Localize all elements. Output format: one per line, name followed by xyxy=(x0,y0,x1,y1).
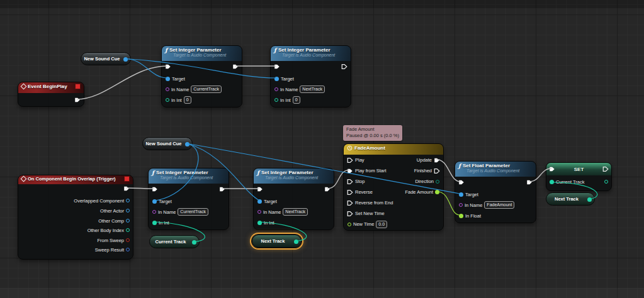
exec-in-pin[interactable] xyxy=(347,157,353,163)
pin-label: Other Actor xyxy=(100,208,124,214)
exec-in-pin[interactable] xyxy=(347,189,353,196)
int-in-pin[interactable] xyxy=(257,221,262,225)
exec-in-pin[interactable] xyxy=(347,179,353,185)
exec-in-pin[interactable] xyxy=(165,63,171,70)
object-out-pin[interactable] xyxy=(123,57,128,62)
int-out-pin[interactable] xyxy=(604,180,608,184)
variable-get-new-sound-cue-bottom[interactable]: New Sound Cue xyxy=(142,137,193,150)
object-out-pin[interactable] xyxy=(126,209,130,212)
name-in-pin[interactable] xyxy=(257,210,261,214)
title-row: ƒ Set Integer Parameter xyxy=(257,170,330,175)
name-in-pin[interactable] xyxy=(459,203,463,207)
node-header: SET xyxy=(546,163,611,175)
exec-in-pin[interactable] xyxy=(347,168,353,174)
exec-in-pin[interactable] xyxy=(347,211,353,217)
variable-get-next-track-selected[interactable]: Next Track xyxy=(252,235,302,248)
node-title: FadeAmount xyxy=(354,145,385,151)
set-integer-parameter-node-2[interactable]: ƒ Set Integer Parameter Target is Audio … xyxy=(270,45,351,108)
int-in-pin[interactable] xyxy=(166,98,169,102)
int-out-pin[interactable] xyxy=(126,228,130,232)
set-integer-parameter-node-3[interactable]: ƒ Set Integer Parameter Target is Audio … xyxy=(148,168,229,230)
float-in-pin[interactable] xyxy=(347,223,351,226)
event-beginplay-node[interactable]: Event BeginPlay xyxy=(18,82,84,107)
name-value-field[interactable]: NextTrack xyxy=(300,86,325,93)
exec-out-pin[interactable] xyxy=(123,185,130,192)
object-out-pin[interactable] xyxy=(126,219,130,223)
int-out-pin[interactable] xyxy=(587,197,592,202)
exec-out-pin[interactable] xyxy=(526,179,533,185)
int-value-field[interactable]: 0 xyxy=(184,96,191,104)
name-value-field[interactable]: FadeAmount xyxy=(484,201,514,209)
fade-amount-row: Fade Amount xyxy=(405,189,439,196)
object-out-pin[interactable] xyxy=(185,142,189,146)
target-pin-row: Target xyxy=(459,190,478,198)
wire-exec-beginplay-to-setint1[interactable] xyxy=(77,66,167,99)
object-in-pin[interactable] xyxy=(459,192,463,197)
int-in-pin[interactable] xyxy=(550,180,554,184)
pin-label: Fade Amount xyxy=(405,189,433,195)
name-in-pin[interactable] xyxy=(166,87,169,91)
float-out-pin[interactable] xyxy=(435,190,439,194)
exec-out-pin[interactable] xyxy=(434,168,440,174)
in-name-pin-row: In Name NextTrack xyxy=(257,208,308,216)
object-in-pin[interactable] xyxy=(166,77,170,81)
delegate-pin[interactable] xyxy=(75,84,81,89)
set-current-track-node[interactable]: SET Current Track xyxy=(546,162,612,191)
exec-out-pin[interactable] xyxy=(341,63,347,70)
exec-out-pin[interactable] xyxy=(74,97,81,103)
name-value-field[interactable]: CurrentTrack xyxy=(191,86,222,93)
exec-out-pin[interactable] xyxy=(324,186,330,192)
pin-label: In Int xyxy=(159,220,169,226)
pin-label: Play xyxy=(355,157,364,163)
exec-out-pin[interactable] xyxy=(602,166,609,172)
name-value-field[interactable]: NextTrack xyxy=(283,208,308,216)
reverse-from-end-row: Reverse from End xyxy=(347,199,393,207)
int-in-pin[interactable] xyxy=(152,221,157,225)
exec-out-pin[interactable] xyxy=(232,63,239,70)
object-in-pin[interactable] xyxy=(274,77,279,81)
int-value-field[interactable]: 0 xyxy=(293,96,300,104)
int-out-pin[interactable] xyxy=(192,240,196,245)
direction-row: Direction xyxy=(415,178,439,185)
set-integer-parameter-node-1[interactable]: ƒ Set Integer Parameter Target is Audio … xyxy=(161,45,242,108)
in-int-pin-row: In Int xyxy=(257,219,274,226)
exec-in-pin[interactable] xyxy=(347,200,353,206)
on-component-begin-overlap-node[interactable]: On Component Begin Overlap (Trigger) Ove… xyxy=(18,175,133,260)
int-out-pin[interactable] xyxy=(294,240,298,244)
object-out-pin[interactable] xyxy=(126,199,130,202)
name-in-pin[interactable] xyxy=(152,210,156,214)
timeline-clock-icon xyxy=(347,145,353,151)
node-subtitle: Target is Audio Component xyxy=(265,175,330,180)
exec-in-pin[interactable] xyxy=(274,63,280,70)
node-header: ƒ Set Integer Parameter Target is Audio … xyxy=(162,46,242,61)
name-value-field[interactable]: CurrentTrack xyxy=(178,208,208,216)
object-in-pin[interactable] xyxy=(257,199,262,204)
fadeamount-timeline-node[interactable]: FadeAmount Play Play from Start Stop Rev… xyxy=(343,143,444,231)
int-in-pin[interactable] xyxy=(274,98,278,102)
variable-get-current-track[interactable]: Current Track xyxy=(149,235,200,248)
variable-label: New Sound Cue xyxy=(145,141,181,146)
title-row: Event BeginPlay xyxy=(21,84,81,89)
exec-in-pin[interactable] xyxy=(257,186,263,192)
exec-in-pin[interactable] xyxy=(458,179,465,185)
struct-out-pin[interactable] xyxy=(126,248,130,251)
exec-in-row xyxy=(257,185,263,193)
delegate-pin[interactable] xyxy=(124,176,130,182)
node-subtitle: Target is Audio Component xyxy=(160,175,225,180)
variable-get-next-track-right[interactable]: Next Track xyxy=(546,192,595,206)
exec-in-pin[interactable] xyxy=(549,166,555,172)
set-float-parameter-node[interactable]: ƒ Set Float Parameter Target is Audio Co… xyxy=(455,161,536,223)
blueprint-canvas[interactable]: Event BeginPlay New Sound Cue ƒ Set Inte… xyxy=(0,0,644,298)
set-integer-parameter-node-4[interactable]: ƒ Set Integer Parameter Target is Audio … xyxy=(253,168,334,230)
exec-out-pin[interactable] xyxy=(219,186,225,192)
from-sweep-row: From Sweep xyxy=(97,236,130,244)
exec-in-pin[interactable] xyxy=(152,186,158,192)
variable-get-new-sound-cue-top[interactable]: New Sound Cue xyxy=(81,52,131,65)
enum-out-pin[interactable] xyxy=(436,180,439,184)
exec-out-pin[interactable] xyxy=(434,157,440,163)
object-in-pin[interactable] xyxy=(152,199,157,204)
new-time-value-field[interactable]: 0.0 xyxy=(376,221,387,228)
bool-out-pin[interactable] xyxy=(126,238,130,242)
name-in-pin[interactable] xyxy=(274,87,278,91)
float-in-pin[interactable] xyxy=(459,214,463,218)
